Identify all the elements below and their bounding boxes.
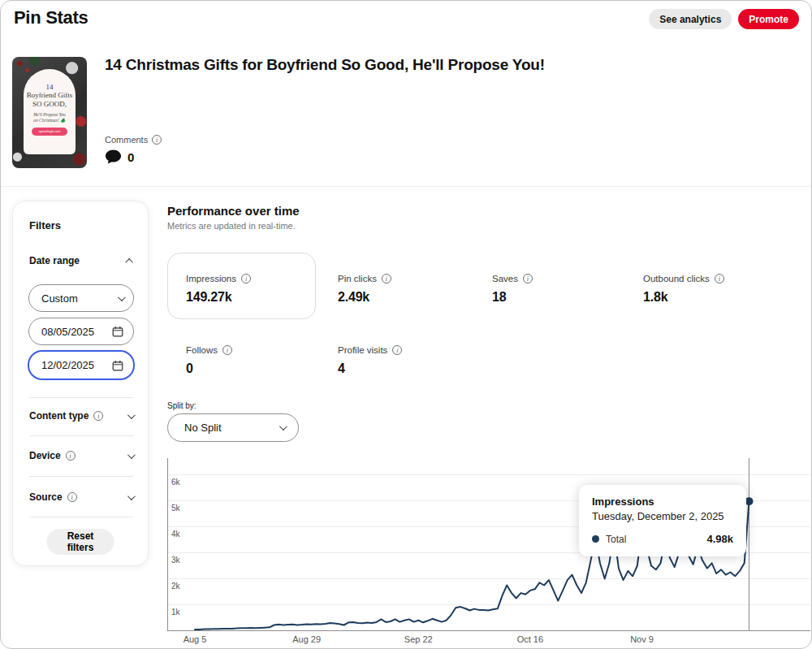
info-icon[interactable]: i [67, 492, 77, 502]
pin-stats-page: Pin Stats See analytics Promote 14 Boyfr… [0, 0, 812, 649]
date-preset-select[interactable]: Custom [28, 284, 134, 312]
info-icon[interactable]: i [222, 345, 232, 355]
end-date-input[interactable]: 12/02/2025 [28, 350, 135, 380]
comments-label: Comments i [105, 135, 162, 145]
divider [29, 476, 133, 477]
thumb-cta-pill: uprisehigh.com [32, 128, 67, 136]
comments-row: 0 [105, 149, 134, 165]
tooltip-date: Tuesday, December 2, 2025 [592, 510, 733, 522]
chart-tooltip: Impressions Tuesday, December 2, 2025 To… [579, 485, 746, 556]
filters-title: Filters [29, 219, 61, 231]
chevron-down-icon [127, 492, 136, 500]
metric-pin-clicks[interactable]: Pin clicksi 2.49k [338, 270, 391, 305]
info-icon[interactable]: i [523, 274, 533, 283]
chevron-up-icon [125, 257, 133, 266]
split-by-label: Split by: [167, 401, 197, 410]
calendar-icon [112, 360, 123, 371]
header-actions: See analytics Promote [649, 9, 799, 29]
metric-profile-visits[interactable]: Profile visitsi 4 [338, 342, 402, 376]
tooltip-series-row: Total 4.98k [592, 533, 733, 545]
thumb-line: SO GOOD, [24, 100, 76, 109]
chevron-down-icon [118, 293, 126, 301]
svg-text:Aug 29: Aug 29 [292, 634, 321, 644]
info-icon[interactable]: i [715, 274, 724, 283]
tooltip-title: Impressions [592, 495, 733, 508]
comments-count: 0 [127, 150, 134, 164]
svg-text:Nov 9: Nov 9 [630, 634, 654, 644]
info-icon[interactable]: i [241, 274, 251, 283]
header-divider [1, 186, 811, 187]
metric-saves[interactable]: Savesi 18 [492, 270, 533, 305]
info-icon[interactable]: i [66, 451, 76, 461]
info-icon[interactable]: i [392, 345, 402, 355]
svg-text:6k: 6k [171, 478, 181, 487]
info-icon[interactable]: i [382, 274, 391, 283]
divider [29, 397, 133, 398]
start-date-input[interactable]: 08/05/2025 [28, 318, 134, 345]
thumb-line: 14 [24, 83, 76, 91]
filter-section-device[interactable]: Device i [29, 450, 133, 461]
svg-text:Oct 16: Oct 16 [517, 634, 543, 644]
tooltip-series-label: Total [606, 534, 706, 545]
svg-text:5k: 5k [171, 504, 181, 513]
split-by-select[interactable]: No Split [167, 413, 299, 442]
tooltip-value: 4.98k [706, 533, 733, 545]
divider [29, 517, 133, 517]
metric-outbound-clicks[interactable]: Outbound clicksi 1.8k [643, 270, 724, 305]
metric-impressions[interactable]: Impressionsi 149.27k [186, 270, 251, 305]
info-icon[interactable]: i [152, 135, 162, 145]
filter-section-source[interactable]: Source i [29, 491, 133, 503]
comment-bubble-icon [105, 149, 122, 165]
filters-panel: Filters Date range Custom 08/05/2025 12/… [12, 201, 149, 566]
performance-title: Performance over time [167, 204, 300, 218]
see-analytics-button[interactable]: See analytics [649, 9, 732, 29]
divider [29, 435, 133, 436]
performance-subtitle: Metrics are updated in real-time. [167, 221, 296, 231]
svg-text:1k: 1k [171, 608, 181, 617]
series-dot-icon [592, 535, 599, 543]
filter-section-date-range[interactable]: Date range [29, 255, 133, 266]
svg-text:2k: 2k [171, 582, 181, 591]
reset-filters-button[interactable]: Reset filters [47, 529, 114, 555]
filter-section-content-type[interactable]: Content type i [29, 410, 133, 422]
pin-thumbnail-card: 14 Boyfriend Gifts SO GOOD, He'll Propos… [24, 69, 76, 154]
page-title: Pin Stats [14, 7, 88, 28]
pin-thumbnail[interactable]: 14 Boyfriend Gifts SO GOOD, He'll Propos… [12, 57, 87, 168]
metric-follows[interactable]: Followsi 0 [186, 342, 232, 376]
pin-title: 14 Christmas Gifts for Boyfriend So Good… [105, 56, 722, 74]
svg-text:Sep 22: Sep 22 [404, 634, 433, 644]
calendar-icon [112, 326, 123, 337]
promote-button[interactable]: Promote [738, 9, 799, 29]
chevron-down-icon [127, 451, 136, 459]
thumb-line: Boyfriend Gifts [24, 91, 76, 100]
svg-text:3k: 3k [171, 556, 181, 565]
svg-text:Aug 5: Aug 5 [184, 634, 207, 644]
thumb-line: He'll Propose Youon Christmas! 🌲 [24, 112, 76, 123]
chevron-down-icon [127, 411, 136, 419]
chevron-down-icon [279, 422, 287, 431]
performance-chart[interactable]: 1k2k3k4k5k6kAug 5Aug 29Sep 22Oct 16Nov 9… [167, 456, 812, 649]
svg-text:4k: 4k [171, 530, 181, 539]
info-icon[interactable]: i [93, 411, 103, 421]
